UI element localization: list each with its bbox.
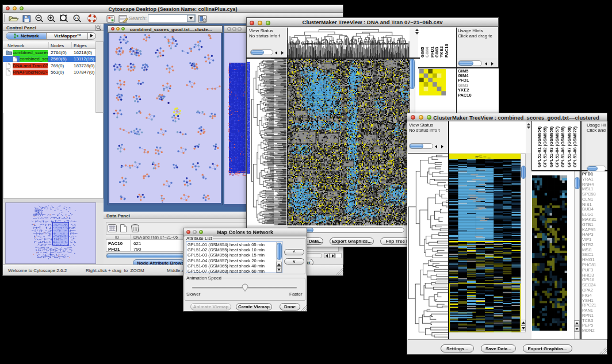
- svg-text:1:1: 1:1: [75, 16, 79, 20]
